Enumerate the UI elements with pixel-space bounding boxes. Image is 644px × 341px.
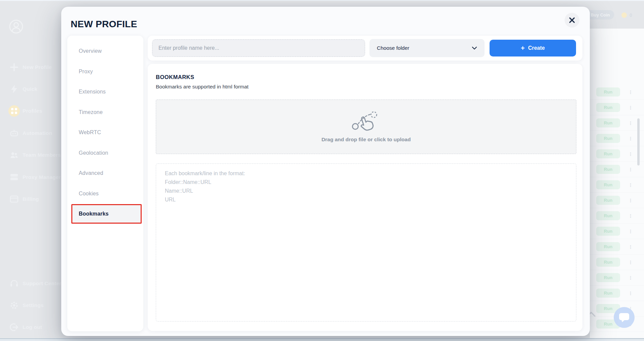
close-button[interactable] [565,13,579,28]
drag-drop-icon [351,111,382,133]
modal-nav-item-label: Advanced [79,170,103,176]
tab-extensions[interactable]: Extensions [67,82,143,102]
scrollbar-thumb[interactable] [637,118,640,165]
chat-bubble-icon [618,312,630,323]
row-menu-icon[interactable]: ⋮ [628,275,633,280]
close-icon [569,17,575,23]
sidebar-item-label: Settings [23,302,44,308]
modal-nav-item-label: Proxy [79,69,93,75]
modal-nav-item-label: Extensions [79,89,106,95]
create-button-label: Create [528,45,545,51]
tab-overview[interactable]: Overview [67,41,143,62]
run-button[interactable]: Run [596,273,620,282]
row-menu-icon[interactable]: ⋮ [628,244,633,250]
create-button[interactable]: + Create [490,40,576,56]
run-button[interactable]: Run [596,134,620,143]
table-row: Run ⋮ [590,100,644,115]
sidebar-item-label: Profiles [23,108,42,114]
tab-timezone[interactable]: Timezone [67,102,143,123]
run-button[interactable]: Run [596,289,620,298]
modal-nav-item-label: Timezone [79,109,103,115]
run-button[interactable]: Run [596,103,620,112]
modal-nav-item-label: Cookies [79,191,99,197]
tab-advanced[interactable]: Advanced [67,163,143,184]
logout-icon [8,321,20,333]
row-menu-icon[interactable]: ⋮ [628,291,633,296]
chat-widget-button[interactable] [614,307,635,328]
file-dropzone[interactable]: Drag and drop file or click to upload [156,100,576,154]
avatar[interactable] [9,19,24,34]
modal-title: NEW PROFILE [71,19,137,30]
row-menu-icon[interactable]: ⋮ [628,151,633,157]
bookmarks-textarea[interactable] [156,163,576,321]
bookmarks-subheading: Bookmarks are supported in html format [156,84,249,90]
profile-table-panel: Run ⋮ Run ⋮ Run ⋮ Run ⋮ [590,29,644,338]
row-menu-icon[interactable]: ⋮ [628,136,633,141]
bookmarks-heading: BOOKMARKS [156,74,194,80]
plus-icon [8,62,20,73]
table-row: Run ⋮ [590,115,644,131]
bookmarks-section: BOOKMARKS Bookmarks are supported in htm… [148,64,582,331]
table-row: Run ⋮ [590,255,644,270]
row-menu-icon[interactable]: ⋮ [628,167,633,172]
sidebar-item-label: New Profile [23,64,52,70]
plus-icon: + [521,45,525,51]
run-button[interactable]: Run [596,242,620,251]
run-button-column: Run ⋮ Run ⋮ Run ⋮ Run ⋮ [590,84,644,332]
run-button[interactable]: Run [596,227,620,236]
row-menu-icon[interactable]: ⋮ [628,198,633,203]
table-row: Run ⋮ [590,131,644,146]
top-strip [0,0,644,1]
run-button[interactable]: Run [596,180,620,189]
table-row: Run ⋮ [590,286,644,301]
row-menu-icon[interactable]: ⋮ [628,89,633,95]
run-button[interactable]: Run [596,149,620,158]
grid-icon [8,105,20,117]
tab-webrtc[interactable]: WebRTC [67,122,143,143]
run-button[interactable]: Run [596,211,620,220]
team-icon [8,149,20,161]
row-menu-icon[interactable]: ⋮ [628,260,633,265]
table-row: Run ⋮ [590,193,644,208]
modal-nav-item-label: Geolocation [79,150,108,156]
billing-card-icon [8,193,20,205]
tab-bookmarks[interactable]: Bookmarks [71,204,142,224]
profile-name-input[interactable] [152,39,365,57]
sidebar-item-label: Log out [23,324,42,330]
table-row: Run ⋮ [590,146,644,162]
row-menu-icon[interactable]: ⋮ [628,105,633,110]
run-button[interactable]: Run [596,196,620,205]
tab-proxy[interactable]: Proxy [67,62,143,82]
table-row: Run ⋮ [590,162,644,177]
row-menu-icon[interactable]: ⋮ [628,182,633,188]
modal-nav-item-label: Bookmarks [79,211,109,217]
sidebar-item-label: Billing [23,196,39,202]
table-row: Run ⋮ [590,270,644,286]
tab-geolocation[interactable]: Geolocation [67,143,143,163]
run-button[interactable]: Run [596,165,620,174]
buy-coin-button[interactable]: Buy Coin [586,10,614,20]
folder-select[interactable]: Choose folder [369,39,485,57]
tab-cookies[interactable]: Cookies [67,184,143,204]
robot-icon [8,127,20,139]
run-button[interactable]: Run [596,118,620,127]
row-menu-icon[interactable]: ⋮ [628,213,633,219]
folder-select-label: Choose folder [377,45,409,51]
table-row: Run ⋮ [590,208,644,224]
modal-nav: Overview Proxy Extensions Timezone WebRT… [67,36,143,331]
chevron-down-icon [472,46,477,50]
modal-nav-item-label: Overview [79,48,102,54]
bottom-strip [0,339,644,341]
coin-count: 0 [630,12,632,18]
row-menu-icon[interactable]: ⋮ [628,229,633,234]
row-menu-icon[interactable]: ⋮ [628,120,633,126]
headset-icon [8,278,20,289]
sidebar-item-label: Quick [23,86,37,92]
new-profile-modal: NEW PROFILE Overview Proxy Extensions Ti… [61,7,590,336]
table-row: Run ⋮ [590,177,644,193]
run-button[interactable]: Run [596,87,620,97]
table-row: Run ⋮ [590,239,644,255]
bolt-icon [8,83,20,95]
run-button[interactable]: Run [596,258,620,267]
sidebar-item-label: Proxy Manager [23,174,61,180]
